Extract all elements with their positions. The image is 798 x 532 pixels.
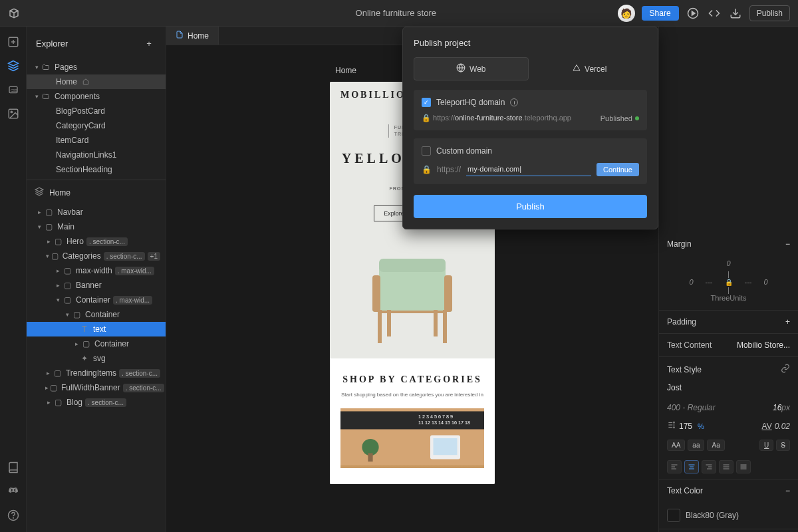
node-main[interactable]: ▾▢Main <box>27 219 166 234</box>
hero-product-image <box>340 232 484 358</box>
align-justify-button[interactable] <box>719 460 733 473</box>
add-page-icon[interactable]: + <box>142 36 156 51</box>
download-icon[interactable] <box>728 6 743 21</box>
categories-subtitle: Start shopping based on the categories y… <box>340 392 484 398</box>
svg-marker-1 <box>692 11 695 15</box>
box-icon: ▢ <box>53 237 63 246</box>
deploy-tab-vercel[interactable]: Vercel <box>533 57 648 80</box>
align-stretch-button[interactable] <box>736 460 751 473</box>
box-icon: ▢ <box>63 281 72 290</box>
letter-spacing[interactable]: 0.02 <box>775 422 790 431</box>
line-height-icon <box>667 420 676 432</box>
svg-rect-21 <box>378 310 382 343</box>
font-size[interactable]: 16 <box>773 403 781 412</box>
node-text[interactable]: Ttext <box>27 322 166 336</box>
component-item[interactable]: SectionHeading <box>27 162 166 177</box>
book-icon[interactable] <box>6 460 21 475</box>
case-title-button[interactable]: Aa <box>707 440 724 451</box>
svg-rect-33 <box>368 453 372 462</box>
css-icon[interactable]: CSS <box>6 82 21 97</box>
margin-section[interactable]: Margin− <box>659 233 798 255</box>
component-item[interactable]: ItemCard <box>27 133 166 148</box>
align-right-button[interactable] <box>702 460 716 473</box>
viewport-name: Home <box>335 66 356 75</box>
node-svg[interactable]: ✦svg <box>27 351 166 366</box>
text-color-section[interactable]: Text Color− <box>659 479 798 502</box>
svg-text:11 12 13 14 15 16 17 18: 11 12 13 14 15 16 17 18 <box>418 420 470 426</box>
file-icon <box>176 31 184 41</box>
help-icon[interactable] <box>6 508 21 523</box>
node-maxwidth[interactable]: ▸▢max-width. max-wid... <box>27 263 166 278</box>
align-center-button[interactable] <box>684 460 699 473</box>
node-container-inner[interactable]: ▾▢Container <box>27 307 166 322</box>
code-icon[interactable] <box>707 6 722 21</box>
minus-icon[interactable]: − <box>785 486 790 495</box>
text-content-row[interactable]: Text Content Mobilio Store... <box>659 334 798 356</box>
plus-icon[interactable]: + <box>785 317 790 327</box>
color-name: Black80 (Gray) <box>686 511 739 520</box>
image-icon[interactable] <box>6 106 21 121</box>
publish-status: Published <box>600 114 639 122</box>
components-folder[interactable]: ▾ Components <box>27 89 166 104</box>
custom-domain-checkbox[interactable] <box>422 146 431 156</box>
svg-rect-18 <box>372 299 452 312</box>
share-button[interactable]: Share <box>642 6 679 21</box>
node-fullwidth[interactable]: ▸▢FullWidthBanner. section-c... <box>27 380 166 395</box>
box-icon: ▢ <box>50 383 57 392</box>
lock-icon: 🔒 <box>422 165 432 174</box>
component-item[interactable]: NavigationLinks1 <box>27 148 166 162</box>
page-home[interactable]: Home <box>27 74 166 89</box>
line-height[interactable]: 175 <box>679 422 692 431</box>
structure-root[interactable]: Home <box>27 180 166 205</box>
continue-button[interactable]: Continue <box>597 163 639 176</box>
node-container-2[interactable]: ▸▢Container <box>27 336 166 351</box>
minus-icon[interactable]: − <box>785 239 790 249</box>
padding-section[interactable]: Padding+ <box>659 311 798 333</box>
decoration-strike-button[interactable]: S <box>776 440 790 451</box>
color-swatch[interactable] <box>667 509 680 522</box>
layers-icon[interactable] <box>6 59 21 73</box>
folder-icon <box>41 92 51 100</box>
node-container[interactable]: ▾▢Container. max-wid... <box>27 293 166 307</box>
component-item[interactable]: CategoryCard <box>27 118 166 133</box>
align-left-button[interactable] <box>667 460 682 473</box>
svg-rect-20 <box>444 275 452 312</box>
tab-home[interactable]: Home <box>166 27 219 45</box>
decoration-underline-button[interactable]: U <box>759 440 773 451</box>
info-icon[interactable]: i <box>510 98 518 106</box>
case-upper-button[interactable]: AA <box>667 440 685 451</box>
node-trending[interactable]: ▸▢TrendingItems. section-c... <box>27 366 166 380</box>
component-item[interactable]: BlogPostCard <box>27 104 166 118</box>
custom-domain-input[interactable] <box>466 162 591 176</box>
teleporthq-domain-box: ✓ TeleportHQ domain i 🔒 https://online-f… <box>414 90 647 130</box>
publish-action-button[interactable]: Publish <box>414 195 647 218</box>
play-icon[interactable] <box>686 6 700 21</box>
publish-popover: Publish project Web Vercel ✓ TeleportHQ … <box>402 27 658 229</box>
text-style-section[interactable]: Text Style <box>659 357 798 382</box>
svg-marker-6 <box>8 61 18 66</box>
font-family[interactable]: Jost <box>667 383 682 392</box>
font-weight[interactable]: 400 - Regular <box>667 403 716 412</box>
pages-folder[interactable]: ▾ Pages <box>27 60 166 74</box>
explorer-title: Explorer <box>36 39 68 49</box>
add-icon[interactable] <box>6 35 21 49</box>
svg-point-12 <box>13 517 13 518</box>
node-blog[interactable]: ▸▢Blog. section-c... <box>27 395 166 410</box>
node-hero[interactable]: ▸▢Hero. section-c... <box>27 234 166 249</box>
lock-icon: 🔒 <box>725 279 733 286</box>
deploy-tab-web[interactable]: Web <box>414 57 529 80</box>
margin-diagram: 0 | 0---🔒---0 | ThreeUnits <box>659 255 798 310</box>
node-banner[interactable]: ▸▢Banner <box>27 278 166 293</box>
domain-url: 🔒 https://online-furniture-store.telepor… <box>422 114 571 122</box>
node-navbar[interactable]: ▸▢Navbar <box>27 205 166 219</box>
publish-button[interactable]: Publish <box>749 5 790 21</box>
link-icon[interactable] <box>781 364 790 375</box>
svg-point-32 <box>362 438 378 455</box>
discord-icon[interactable] <box>6 484 21 499</box>
case-lower-button[interactable]: aa <box>688 440 704 451</box>
node-categories[interactable]: ▾▢Categories. section-c...+1 <box>27 249 166 263</box>
user-avatar[interactable]: 🧑 <box>618 5 635 22</box>
custom-domain-label: Custom domain <box>436 146 492 156</box>
teleporthq-checkbox[interactable]: ✓ <box>422 98 431 107</box>
box-icon: ▢ <box>63 266 72 275</box>
